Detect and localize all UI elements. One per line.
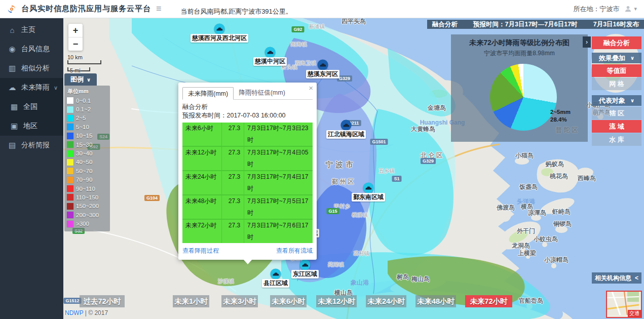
- region-marker[interactable]: [300, 260, 311, 270]
- legend-swatch: [67, 185, 73, 192]
- sidebar-item-1[interactable]: ◉台风信息: [0, 39, 63, 59]
- region-marker[interactable]: [271, 269, 281, 280]
- topbar-forecast-range: 预报时间：7月3日17时—7月6日17时: [473, 20, 578, 29]
- scale-mi-label: 5 mi: [67, 67, 90, 71]
- time-range-button[interactable]: 未来1小时: [173, 295, 209, 307]
- sidebar-icon-2: ▥: [8, 64, 17, 73]
- time-range-button[interactable]: 未来3小时: [221, 295, 258, 307]
- time-range-button[interactable]: 未来12小时: [316, 295, 357, 307]
- range-cell: 7月3日17时~7月4日17时: [244, 171, 313, 194]
- region-marker[interactable]: [341, 120, 352, 131]
- region-marker-label[interactable]: 东江区域: [291, 270, 319, 278]
- legend-range-label: 10~15: [76, 133, 92, 139]
- legend-item: >300: [67, 219, 107, 228]
- region-marker-label[interactable]: 慈溪西河及西北河区: [191, 34, 248, 43]
- region-marker-label[interactable]: 慈溪中河区: [253, 57, 287, 66]
- hamburger-menu-icon[interactable]: ≡: [156, 4, 162, 14]
- sidebar-item-3[interactable]: ☁未来降雨∨: [0, 78, 63, 97]
- legend-swatch: [67, 221, 73, 227]
- region-marker[interactable]: [265, 47, 276, 58]
- tab-rain-feature[interactable]: 降雨特征值(mm): [234, 87, 290, 99]
- sidebar-item-6[interactable]: ▤分析简报: [0, 136, 63, 155]
- map-label-town: 观海卫镇: [295, 60, 316, 67]
- table-row: 未来12小时27.37月3日17时~7月4日05时: [182, 147, 313, 171]
- road-badge: G1501: [370, 139, 388, 145]
- period-cell: 未来12小时: [182, 147, 222, 170]
- time-range-button[interactable]: 未来48小时: [415, 295, 456, 307]
- legend-range-label: >300: [76, 221, 89, 227]
- sidebar-item-4[interactable]: ▦全国: [0, 97, 63, 116]
- legend-swatch: [67, 203, 73, 210]
- traffic-layer-thumbnail[interactable]: 交通: [606, 291, 642, 318]
- map-label-water: 头洋港: [517, 197, 535, 206]
- map-label-town: 新浦镇: [309, 23, 325, 30]
- region-marker[interactable]: [214, 24, 225, 34]
- chevron-down-icon: ∨: [54, 85, 58, 91]
- close-icon[interactable]: ×: [309, 84, 313, 92]
- panel-collapse-button[interactable]: ›: [583, 36, 591, 48]
- legend-header[interactable]: 图例 ∨: [64, 73, 97, 86]
- view-rain-process-link[interactable]: 查看降雨过程: [182, 247, 219, 255]
- map-label-island: 佛渡岛: [497, 204, 515, 212]
- region-marker-label[interactable]: 慈溪东河区: [306, 70, 339, 78]
- layer-toggle-button[interactable]: 流 域: [592, 120, 641, 133]
- sidebar-item-2[interactable]: ▥相似分析: [0, 59, 63, 78]
- time-range-button[interactable]: 过去72小时: [80, 295, 125, 307]
- map-label-town: 裘村镇: [353, 250, 369, 257]
- map-container[interactable]: 四平头岛新浦镇附海镇观海卫镇桥头镇金塘岛Huangshi Gang大黄蜂岛葫芦岛…: [63, 18, 644, 319]
- layer-group-header-1[interactable]: 代表对象∨: [592, 95, 641, 106]
- region-marker-label[interactable]: 江北镇海区域: [326, 130, 366, 139]
- time-range-button[interactable]: 未来6小时: [270, 295, 307, 307]
- period-cell: 未来72小时: [182, 220, 222, 243]
- typhoon-logo-icon: [6, 4, 17, 15]
- layer-group-header-0[interactable]: 效果叠加∨: [592, 53, 641, 63]
- chevron-down-icon: ∨: [87, 77, 91, 83]
- map-label-island: 桃花岛: [550, 172, 568, 181]
- sidebar-label: 主页: [21, 25, 35, 34]
- rain-forecast-table: 未来6小时27.37月3日17时~7月3日23时未来12小时27.37月3日17…: [182, 123, 313, 243]
- region-marker-label[interactable]: 鄞东南区域: [352, 193, 385, 202]
- tab-future-rain[interactable]: 未来降雨(mm): [182, 87, 234, 100]
- zoom-in-button[interactable]: +: [68, 24, 83, 37]
- sidebar-item-5[interactable]: ▣地区: [0, 116, 63, 136]
- legend-swatch: [67, 177, 73, 183]
- legend-swatch: [67, 124, 73, 130]
- layer-toggle-button[interactable]: 网 格: [592, 77, 641, 90]
- legend-swatch: [67, 194, 73, 201]
- legend-item: 150~200: [67, 202, 107, 211]
- region-marker[interactable]: [363, 183, 374, 193]
- pie-tooltip-percent: 28.4%: [550, 116, 571, 124]
- right-panel: 融合分析 效果叠加∨等值面网 格代表对象∨辖 区流 域水 库: [592, 36, 641, 146]
- legend-swatch: [67, 212, 73, 218]
- region-marker-label[interactable]: 县江区域: [262, 279, 289, 288]
- location-label: 所在地：宁波市: [573, 5, 619, 14]
- view-all-basins-link[interactable]: 查看所有流域: [276, 247, 313, 255]
- map-label-island: 蚂蚁岛: [546, 160, 564, 169]
- region-marker[interactable]: [318, 60, 328, 70]
- zoom-out-button[interactable]: −: [68, 37, 83, 51]
- legend-range-label: 30~40: [76, 150, 92, 156]
- header-user-area[interactable]: 所在地：宁波市 ▾: [573, 5, 637, 14]
- table-row: 未来72小时27.37月3日17时~7月6日17时: [182, 220, 313, 243]
- ndwp-link[interactable]: NDWP: [65, 309, 83, 316]
- user-dropdown-caret[interactable]: ▾: [634, 6, 637, 12]
- rain-level-pie-chart[interactable]: [490, 64, 557, 131]
- sidebar-icon-3: ☁: [8, 83, 17, 92]
- sidebar-item-0[interactable]: ⌂主页: [0, 20, 63, 39]
- popup-source-label: 融合分析: [182, 103, 313, 111]
- time-range-button[interactable]: 未来24小时: [366, 295, 406, 307]
- map-label-island: 树岛: [397, 273, 409, 282]
- sidebar-icon-5: ▣: [10, 122, 19, 131]
- pie-tooltip-label: 2~5mm: [550, 108, 571, 116]
- related-agencies-button[interactable]: 相关机构信息 <: [592, 272, 641, 284]
- layer-toggle-button[interactable]: 辖 区: [592, 107, 641, 119]
- layer-toggle-button[interactable]: 等值面: [592, 64, 641, 77]
- user-icon[interactable]: [624, 5, 632, 13]
- time-range-button[interactable]: 未来72小时: [465, 295, 512, 307]
- legend-range-label: 70~90: [76, 177, 92, 183]
- period-cell: 未来24小时: [182, 171, 222, 194]
- range-cell: 7月3日17时~7月3日23时: [244, 123, 313, 146]
- layer-toggle-button[interactable]: 水 库: [592, 133, 641, 146]
- fusion-analysis-button[interactable]: 融合分析: [592, 36, 641, 49]
- legend-swatch: [67, 115, 73, 122]
